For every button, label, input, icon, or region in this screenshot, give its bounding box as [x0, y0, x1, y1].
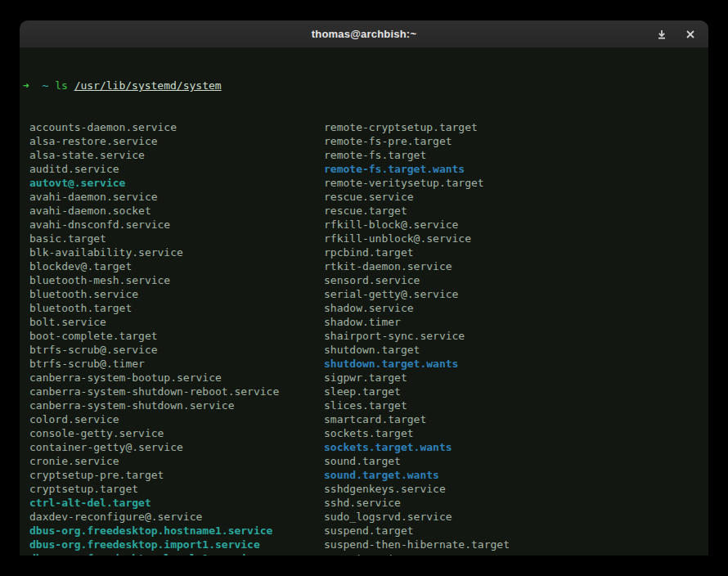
file-entry: daxdev-reconfigure@.service [29, 510, 324, 524]
terminal-window: thomas@archbish:~ ➜ ~ ls /usr/lib/system… [20, 20, 708, 556]
file-entry: alsa-restore.service [29, 134, 324, 148]
file-entry: canberra-system-shutdown-reboot.service [29, 385, 324, 398]
file-entry: boot-complete.target [29, 329, 324, 343]
titlebar-buttons [655, 28, 697, 41]
listing-row: avahi-daemon.socketrescue.target [23, 204, 708, 218]
listing-row: blockdev@.targetrtkit-daemon.service [23, 259, 708, 273]
file-entry: smartcard.target [324, 413, 426, 425]
file-entry: sshd.service [324, 497, 401, 509]
file-entry: rtkit-daemon.service [324, 260, 452, 272]
listing-row: btrfs-scrub@.serviceshutdown.target [23, 343, 708, 357]
titlebar[interactable]: thomas@archbish:~ [20, 20, 708, 47]
file-entry: cryptsetup.target [29, 482, 324, 496]
file-entry: alsa-state.service [29, 148, 324, 162]
file-entry: serial-getty@.service [324, 288, 458, 300]
file-entry: slices.target [324, 399, 407, 412]
file-entry: bluetooth-mesh.service [29, 273, 324, 287]
listing-row: dbus-org.freedesktop.hostname1.servicesu… [23, 524, 708, 538]
file-entry: blk-availability.service [29, 245, 324, 259]
file-entry: remote-fs.target.wants [324, 163, 465, 175]
file-entry: accounts-daemon.service [29, 120, 324, 134]
file-entry: suspend-then-hibernate.target [324, 538, 510, 551]
file-entry: remote-cryptsetup.target [324, 121, 478, 133]
file-entry: dbus-org.freedesktop.import1.service [29, 538, 324, 551]
listing-row: alsa-state.serviceremote-fs.target [23, 148, 708, 162]
file-entry: cryptsetup-pre.target [29, 468, 324, 482]
listing-row: daxdev-reconfigure@.servicesudo_logsrvd.… [23, 510, 708, 524]
file-entry: basic.target [29, 232, 324, 245]
file-entry: remote-fs-pre.target [324, 135, 452, 147]
file-entry: avahi-daemon.socket [29, 204, 324, 218]
file-entry: blockdev@.target [29, 259, 324, 273]
listing-row: accounts-daemon.serviceremote-cryptsetup… [23, 120, 708, 134]
file-entry: auditd.service [29, 162, 324, 176]
terminal-content[interactable]: ➜ ~ ls /usr/lib/systemd/system accounts-… [20, 47, 708, 556]
file-entry: canberra-system-bootup.service [29, 371, 324, 385]
listing-row: canberra-system-shutdown-reboot.services… [23, 385, 708, 398]
listing-row: boot-complete.targetshairport-sync.servi… [23, 329, 708, 343]
file-entry: bluetooth.service [29, 287, 324, 301]
file-entry: remote-fs.target [324, 149, 426, 161]
file-entry: sensord.service [324, 274, 420, 286]
listing-row: bluetooth-mesh.servicesensord.service [23, 273, 708, 287]
listing-row: canberra-system-shutdown.serviceslices.t… [23, 398, 708, 412]
file-entry: shadow.service [324, 302, 414, 314]
listing-row: alsa-restore.serviceremote-fs-pre.target [23, 134, 708, 148]
listing-row: avahi-dnsconfd.servicerfkill-block@.serv… [23, 218, 708, 232]
file-entry: sigpwr.target [324, 371, 407, 384]
listing-row: dbus-org.freedesktop.locale1.serviceswap… [23, 551, 708, 556]
prompt-command: ls [55, 79, 68, 92]
listing-row: cronie.servicesound.target [23, 454, 708, 468]
shell-prompt: ➜ ~ ls /usr/lib/systemd/system [23, 79, 708, 92]
file-entry: sockets.target [324, 427, 414, 439]
file-entry: dbus-org.freedesktop.hostname1.service [29, 524, 324, 538]
file-entry: colord.service [29, 412, 324, 426]
listing-row: bolt.serviceshadow.timer [23, 315, 708, 329]
listing-row: console-getty.servicesockets.target [23, 426, 708, 440]
listing-row: cryptsetup-pre.targetsound.target.wants [23, 468, 708, 482]
file-entry: sshdgenkeys.service [324, 483, 446, 495]
listing-row: canberra-system-bootup.servicesigpwr.tar… [23, 371, 708, 385]
listing-row: cryptsetup.targetsshdgenkeys.service [23, 482, 708, 496]
listing-row: colord.servicesmartcard.target [23, 412, 708, 426]
file-entry: swap.target [324, 552, 394, 556]
close-icon[interactable] [684, 28, 697, 41]
prompt-arrow-icon: ➜ [23, 79, 29, 92]
file-entry: rfkill-block@.service [324, 218, 458, 231]
listing-row: container-getty@.servicesockets.target.w… [23, 440, 708, 454]
file-entry: rpcbind.target [324, 246, 414, 259]
file-entry: shairport-sync.service [324, 330, 465, 342]
file-entry: remote-veritysetup.target [324, 177, 484, 189]
file-entry: shutdown.target.wants [324, 358, 458, 370]
file-entry: container-getty@.service [29, 440, 324, 454]
file-entry: sound.target [324, 455, 401, 467]
listing-row: btrfs-scrub@.timershutdown.target.wants [23, 357, 708, 371]
listing-row: avahi-daemon.servicerescue.service [23, 190, 708, 204]
file-entry: shadow.timer [324, 316, 401, 328]
file-entry: rescue.service [324, 191, 414, 203]
file-entry: shutdown.target [324, 344, 420, 356]
file-entry: sudo_logsrvd.service [324, 511, 452, 523]
file-entry: sockets.target.wants [324, 441, 452, 453]
file-listing: accounts-daemon.serviceremote-cryptsetup… [23, 120, 708, 556]
file-entry: btrfs-scrub@.timer [29, 357, 324, 371]
listing-row: basic.targetrfkill-unblock@.service [23, 232, 708, 245]
file-entry: avahi-daemon.service [29, 190, 324, 204]
file-entry: dbus-org.freedesktop.locale1.service [29, 551, 324, 556]
file-entry: avahi-dnsconfd.service [29, 218, 324, 232]
listing-row: bluetooth.targetshadow.service [23, 301, 708, 315]
file-entry: cronie.service [29, 454, 324, 468]
window-title: thomas@archbish:~ [20, 28, 708, 40]
file-entry: suspend.target [324, 524, 414, 537]
listing-row: autovt@.serviceremote-veritysetup.target [23, 176, 708, 190]
file-entry: bolt.service [29, 315, 324, 329]
download-icon[interactable] [655, 28, 668, 41]
file-entry: rescue.target [324, 205, 407, 217]
file-entry: sleep.target [324, 385, 401, 398]
file-entry: ctrl-alt-del.target [29, 496, 324, 510]
file-entry: console-getty.service [29, 426, 324, 440]
listing-row: dbus-org.freedesktop.import1.servicesusp… [23, 538, 708, 551]
file-entry: rfkill-unblock@.service [324, 232, 471, 245]
file-entry: autovt@.service [29, 176, 324, 190]
file-entry: bluetooth.target [29, 301, 324, 315]
